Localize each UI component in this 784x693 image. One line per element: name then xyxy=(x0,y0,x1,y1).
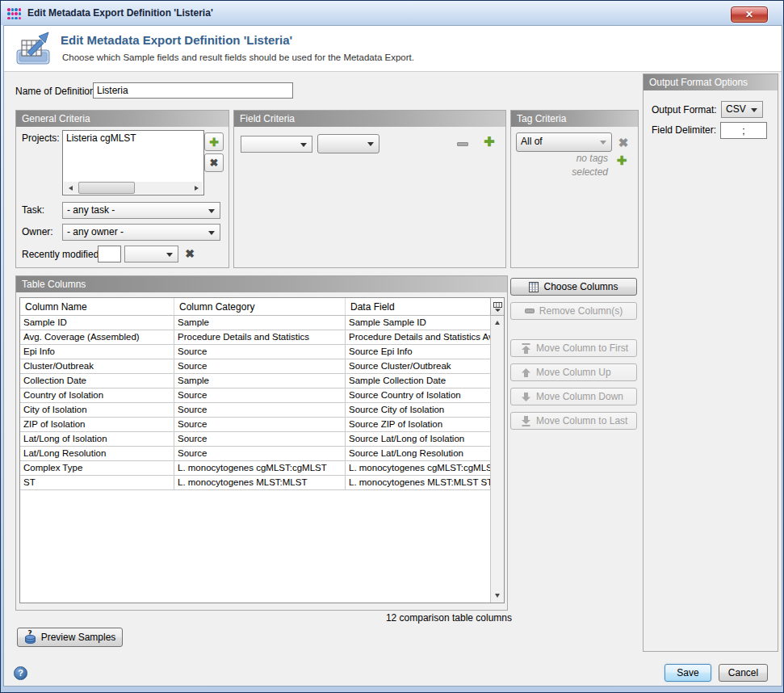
scroll-up-button[interactable] xyxy=(491,317,504,329)
column-header-category[interactable]: Column Category xyxy=(174,298,346,315)
scroll-down-button[interactable] xyxy=(491,590,504,602)
cell-column-category[interactable]: Source xyxy=(174,345,346,359)
cell-column-category[interactable]: Source xyxy=(174,359,346,373)
remove-columns-button[interactable]: Remove Column(s) xyxy=(510,302,637,320)
cell-data-field[interactable]: Source City of Isolation xyxy=(346,403,504,417)
cell-data-field[interactable]: Source Cluster/Outbreak xyxy=(346,359,504,373)
cell-column-category[interactable]: Sample xyxy=(174,316,346,330)
cell-data-field[interactable]: Source Country of Isolation xyxy=(346,388,504,402)
definition-name-input[interactable] xyxy=(93,82,293,99)
column-chooser-button[interactable] xyxy=(490,298,504,316)
help-button[interactable]: ? xyxy=(14,666,27,680)
move-column-down-button[interactable]: Move Column Down xyxy=(510,388,637,405)
projects-hscrollbar[interactable] xyxy=(64,182,203,194)
move-column-up-label: Move Column Up xyxy=(536,367,611,378)
cancel-button[interactable]: Cancel xyxy=(719,664,768,682)
cell-column-name[interactable]: Complex Type xyxy=(20,461,174,475)
cell-column-category[interactable]: Sample xyxy=(174,374,346,388)
output-format-label: Output Format: xyxy=(652,104,717,116)
cell-data-field[interactable]: Source Lat/Long of Isolation xyxy=(346,432,504,446)
cell-column-category[interactable]: Source xyxy=(174,388,346,402)
table-row[interactable]: Collection DateSampleSample Collection D… xyxy=(20,374,504,388)
move-column-down-label: Move Column Down xyxy=(536,391,623,402)
remove-project-button[interactable]: ✖ xyxy=(204,153,224,172)
table-row[interactable]: Lat/Long of IsolationSourceSource Lat/Lo… xyxy=(20,432,504,447)
projects-listbox[interactable]: Listeria cgMLST xyxy=(62,130,204,195)
cell-data-field[interactable]: Procedure Details and Statistics Av... xyxy=(346,330,504,344)
cell-column-name[interactable]: Avg. Coverage (Assembled) xyxy=(20,330,174,344)
cell-data-field[interactable]: Sample Sample ID xyxy=(346,316,504,330)
cell-data-field[interactable]: L. monocytogenes MLST:MLST ST xyxy=(346,476,504,489)
field-criteria-field-dropdown[interactable] xyxy=(241,136,312,153)
projects-label: Projects: xyxy=(22,132,60,144)
cell-column-category[interactable]: Source xyxy=(174,403,346,417)
cell-column-name[interactable]: Country of Isolation xyxy=(20,388,174,402)
cell-data-field[interactable]: Source Lat/Long Resolution xyxy=(346,447,504,460)
table-row[interactable]: Epi InfoSourceSource Epi Info xyxy=(20,345,504,359)
general-criteria-title: General Criteria xyxy=(16,111,228,127)
move-column-first-button[interactable]: Move Column to First xyxy=(510,339,637,357)
column-header-datafield[interactable]: Data Field xyxy=(346,298,482,315)
cell-column-name[interactable]: Collection Date xyxy=(20,374,174,388)
output-format-dropdown[interactable]: CSV xyxy=(721,101,763,118)
add-field-criterion-button[interactable]: ✚ xyxy=(481,134,497,150)
table-vscrollbar[interactable] xyxy=(490,316,504,603)
arrow-up-to-line-icon xyxy=(521,343,531,354)
cell-column-name[interactable]: Sample ID xyxy=(20,316,174,330)
table-row[interactable]: City of IsolationSourceSource City of Is… xyxy=(20,403,504,418)
add-project-button[interactable]: ✚ xyxy=(204,132,224,151)
clear-recently-modified-button[interactable]: ✖ xyxy=(182,246,197,261)
scroll-right-button[interactable] xyxy=(190,182,203,194)
cell-column-name[interactable]: Cluster/Outbreak xyxy=(20,359,174,373)
move-column-last-button[interactable]: Move Column to Last xyxy=(510,412,637,430)
project-list-item[interactable]: Listeria cgMLST xyxy=(63,131,203,145)
cell-column-category[interactable]: L. monocytogenes MLST:MLST xyxy=(174,476,346,489)
page-subtitle: Choose which Sample fields and result fi… xyxy=(62,52,414,62)
cell-column-name[interactable]: City of Isolation xyxy=(20,403,174,417)
cell-column-name[interactable]: Lat/Long Resolution xyxy=(20,447,174,460)
move-column-first-label: Move Column to First xyxy=(536,342,628,354)
recently-modified-input[interactable] xyxy=(98,246,121,262)
table-row[interactable]: Country of IsolationSourceSource Country… xyxy=(20,388,504,403)
owner-dropdown[interactable]: - any owner - xyxy=(62,224,220,241)
table-row[interactable]: Lat/Long ResolutionSourceSource Lat/Long… xyxy=(20,447,504,461)
cell-column-category[interactable]: Source xyxy=(174,418,346,431)
scroll-left-button[interactable] xyxy=(64,182,77,194)
cell-column-name[interactable]: ZIP of Isolation xyxy=(20,418,174,431)
cell-column-category[interactable]: L. monocytogenes cgMLST:cgMLST xyxy=(174,461,346,475)
cell-column-name[interactable]: Lat/Long of Isolation xyxy=(20,432,174,446)
remove-field-criterion-button[interactable] xyxy=(455,137,470,150)
cell-column-name[interactable]: Epi Info xyxy=(20,345,174,359)
cell-data-field[interactable]: L. monocytogenes cgMLST:cgMLST ... xyxy=(346,461,504,475)
cell-column-category[interactable]: Source xyxy=(174,447,346,460)
help-icon: ? xyxy=(18,669,23,678)
cell-column-category[interactable]: Source xyxy=(174,432,346,446)
choose-columns-button[interactable]: Choose Columns xyxy=(510,278,637,296)
table-row[interactable]: STL. monocytogenes MLST:MLSTL. monocytog… xyxy=(20,476,504,490)
preview-samples-button[interactable]: ? Preview Samples xyxy=(17,628,123,647)
table-icon xyxy=(529,282,539,292)
table-row[interactable]: Avg. Coverage (Assembled)Procedure Detai… xyxy=(20,330,504,345)
table-row[interactable]: Complex TypeL. monocytogenes cgMLST:cgML… xyxy=(20,461,504,476)
column-header-name[interactable]: Column Name xyxy=(20,298,174,315)
save-button[interactable]: Save xyxy=(665,664,711,682)
recently-modified-period-dropdown[interactable] xyxy=(124,246,178,262)
scroll-thumb[interactable] xyxy=(78,182,135,194)
cell-data-field[interactable]: Source ZIP of Isolation xyxy=(346,418,504,431)
table-row[interactable]: Sample IDSampleSample Sample ID xyxy=(20,316,504,330)
add-tag-button[interactable]: ✚ xyxy=(614,153,630,167)
field-delimiter-input[interactable] xyxy=(720,122,767,139)
close-button[interactable]: ✕ xyxy=(731,6,768,23)
tag-match-dropdown[interactable]: All of xyxy=(516,132,612,152)
titlebar[interactable]: Edit Metadata Export Definition 'Listeri… xyxy=(1,1,783,25)
clear-tags-button[interactable]: ✖ xyxy=(615,134,631,150)
task-dropdown[interactable]: - any task - xyxy=(62,202,220,219)
table-row[interactable]: Cluster/OutbreakSourceSource Cluster/Out… xyxy=(20,359,504,374)
move-column-up-button[interactable]: Move Column Up xyxy=(510,363,637,381)
field-criteria-value-dropdown[interactable] xyxy=(317,134,379,153)
table-row[interactable]: ZIP of IsolationSourceSource ZIP of Isol… xyxy=(20,418,504,432)
cell-data-field[interactable]: Sample Collection Date xyxy=(346,374,504,388)
cell-data-field[interactable]: Source Epi Info xyxy=(346,345,504,359)
cell-column-name[interactable]: ST xyxy=(20,476,174,489)
cell-column-category[interactable]: Procedure Details and Statistics xyxy=(174,330,346,344)
